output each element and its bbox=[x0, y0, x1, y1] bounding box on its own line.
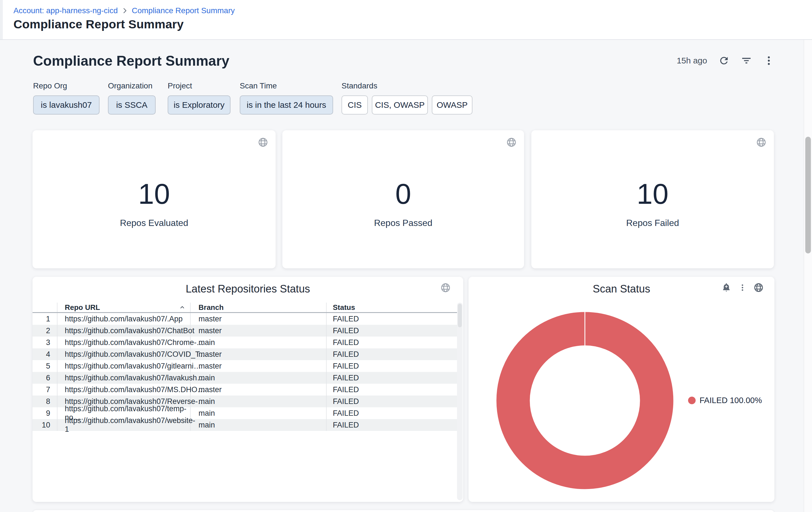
filter-chip-organization[interactable]: is SSCA bbox=[108, 96, 155, 114]
table-row[interactable]: 7 https://github.com/lavakush07/MS.DHO… … bbox=[32, 384, 462, 396]
page-scrollbar-track bbox=[804, 40, 812, 512]
repo-url-cell: https://github.com/lavakush07/.App bbox=[57, 313, 190, 325]
column-header-label: Status bbox=[333, 303, 355, 312]
status-cell: FAILED bbox=[326, 384, 462, 396]
branch-cell: main bbox=[190, 407, 326, 419]
stat-label: Repos Failed bbox=[626, 218, 679, 228]
globe-icon[interactable] bbox=[258, 137, 268, 147]
globe-icon[interactable] bbox=[506, 137, 517, 147]
branch-cell: master bbox=[190, 313, 326, 325]
row-number-header bbox=[32, 303, 57, 312]
filter-project: Project is Exploratory bbox=[168, 81, 230, 114]
kebab-menu-icon[interactable] bbox=[763, 55, 775, 66]
breadcrumb-account-link[interactable]: Account: app-harness-ng-cicd bbox=[13, 6, 118, 15]
status-cell: FAILED bbox=[326, 313, 462, 325]
column-header-status[interactable]: Status bbox=[326, 303, 462, 312]
stat-card-repos-evaluated: 10 Repos Evaluated bbox=[32, 130, 276, 268]
legend-label: FAILED 100.00% bbox=[700, 396, 762, 405]
filter-chip-scan-time[interactable]: is in the last 24 hours bbox=[240, 96, 333, 114]
row-number-cell: 4 bbox=[32, 348, 57, 360]
repo-url-cell: https://github.com/lavakush07/Chrome-… bbox=[57, 336, 190, 348]
table-row[interactable]: 5 https://github.com/lavakush07/gitlearn… bbox=[32, 360, 462, 372]
row-number-cell: 6 bbox=[32, 372, 57, 384]
table-card-title: Latest Repositories Status bbox=[32, 283, 463, 295]
branch-cell: master bbox=[190, 325, 326, 336]
column-header-repo-url[interactable]: Repo URL bbox=[57, 303, 190, 312]
branch-cell: main bbox=[190, 336, 326, 348]
table-row[interactable]: 4 https://github.com/lavakush07/COVID_T…… bbox=[32, 348, 462, 360]
latest-repositories-status-card: Latest Repositories Status Repo URL Bran… bbox=[32, 277, 463, 502]
page-scrollbar-thumb[interactable] bbox=[805, 137, 811, 253]
status-cell: FAILED bbox=[326, 419, 462, 431]
table-header-row: Repo URL Branch Status bbox=[32, 303, 462, 313]
legend-color-dot bbox=[688, 397, 696, 404]
table-row[interactable]: 6 https://github.com/lavakush07/lavakush… bbox=[32, 372, 462, 384]
branch-cell: main bbox=[190, 419, 326, 431]
globe-icon[interactable] bbox=[756, 137, 766, 147]
dashboard-title: Compliance Report Summary bbox=[33, 53, 229, 69]
status-cell: FAILED bbox=[326, 372, 462, 384]
filter-chip-project[interactable]: is Exploratory bbox=[168, 96, 230, 114]
globe-icon[interactable] bbox=[753, 282, 764, 293]
dashboard-controls: 15h ago bbox=[677, 55, 775, 66]
globe-icon[interactable] bbox=[440, 282, 451, 293]
row-number-cell: 7 bbox=[32, 384, 57, 396]
scan-status-donut-chart[interactable] bbox=[492, 308, 677, 493]
filter-label: Repo Org bbox=[33, 81, 99, 90]
table-row[interactable]: 3 https://github.com/lavakush07/Chrome-…… bbox=[32, 336, 462, 348]
column-header-branch[interactable]: Branch bbox=[190, 303, 326, 312]
repo-url-cell: https://github.com/lavakush07/lavakush… bbox=[57, 372, 190, 384]
repo-url-cell: https://github.com/lavakush07/gitlearni… bbox=[57, 360, 190, 372]
status-cell: FAILED bbox=[326, 360, 462, 372]
row-number-cell: 2 bbox=[32, 325, 57, 336]
repo-url-cell: https://github.com/lavakush07/ChatBot bbox=[57, 325, 190, 336]
table-row[interactable]: 1 https://github.com/lavakush07/.App mas… bbox=[32, 313, 462, 325]
table-row[interactable]: 10 https://github.com/lavakush07/website… bbox=[32, 419, 462, 431]
status-cell: FAILED bbox=[326, 336, 462, 348]
stat-value: 10 bbox=[637, 180, 668, 208]
window-left-edge bbox=[0, 0, 3, 39]
refresh-icon[interactable] bbox=[718, 55, 730, 66]
sort-ascending-icon bbox=[179, 304, 185, 311]
status-cell: FAILED bbox=[326, 348, 462, 360]
stat-label: Repos Evaluated bbox=[120, 218, 188, 228]
alert-bell-plus-icon[interactable] bbox=[721, 282, 731, 293]
column-header-label: Repo URL bbox=[65, 303, 100, 312]
row-number-cell: 10 bbox=[32, 419, 57, 431]
breadcrumb-current-link[interactable]: Compliance Report Summary bbox=[132, 6, 235, 15]
slice-boundary bbox=[585, 312, 585, 346]
repo-url-cell: https://github.com/lavakush07/COVID_T… bbox=[57, 348, 190, 360]
branch-cell: master bbox=[190, 360, 326, 372]
table-row[interactable]: 2 https://github.com/lavakush07/ChatBot … bbox=[32, 325, 462, 336]
row-number-cell: 5 bbox=[32, 360, 57, 372]
chart-legend-item[interactable]: FAILED 100.00% bbox=[688, 396, 762, 405]
repo-url-cell: https://github.com/lavakush07/website-1 bbox=[57, 419, 190, 431]
standards-option-cis-owasp[interactable]: CIS, OWASP bbox=[372, 96, 428, 114]
row-number-cell: 1 bbox=[32, 313, 57, 325]
filter-scan-time: Scan Time is in the last 24 hours bbox=[240, 81, 333, 114]
stat-value: 10 bbox=[138, 180, 170, 208]
stat-card-repos-passed: 0 Repos Passed bbox=[282, 130, 524, 268]
standards-option-owasp[interactable]: OWASP bbox=[432, 96, 472, 114]
filter-repo-org: Repo Org is lavakush07 bbox=[33, 81, 99, 114]
branch-cell: master bbox=[190, 348, 326, 360]
stat-label: Repos Passed bbox=[374, 218, 432, 228]
last-refresh-time: 15h ago bbox=[677, 56, 707, 65]
compliance-report-page: Account: app-harness-ng-cicd Compliance … bbox=[0, 0, 812, 512]
filter-standards: Standards CIS CIS, OWASP OWASP bbox=[342, 81, 472, 114]
table-scrollbar-thumb[interactable] bbox=[458, 304, 462, 327]
branch-cell: master bbox=[190, 384, 326, 396]
filter-icon[interactable] bbox=[741, 55, 752, 66]
branch-cell: main bbox=[190, 396, 326, 407]
filter-label: Organization bbox=[108, 81, 155, 90]
filter-label: Standards bbox=[342, 81, 472, 90]
scan-status-card: Scan Status FAILED 100.00% bbox=[468, 277, 775, 502]
standards-option-cis[interactable]: CIS bbox=[342, 96, 368, 114]
top-header-bar: Account: app-harness-ng-cicd Compliance … bbox=[0, 0, 812, 40]
kebab-menu-icon[interactable] bbox=[738, 282, 747, 293]
stat-card-repos-failed: 10 Repos Failed bbox=[531, 130, 774, 268]
row-number-cell: 9 bbox=[32, 407, 57, 419]
filter-chip-repo-org[interactable]: is lavakush07 bbox=[33, 96, 99, 114]
status-cell: FAILED bbox=[326, 396, 462, 407]
repo-url-cell: https://github.com/lavakush07/MS.DHO… bbox=[57, 384, 190, 396]
